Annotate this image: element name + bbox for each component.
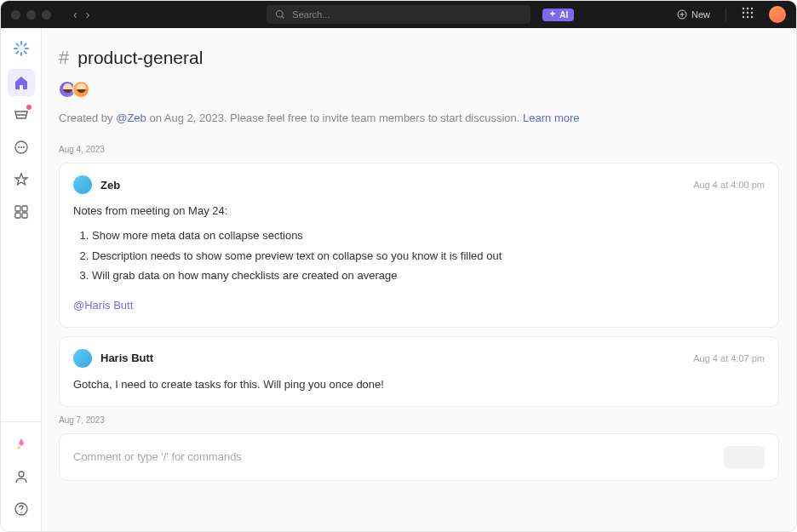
message-timestamp: Aug 4 at 4:07 pm — [693, 353, 765, 363]
traffic-minimize[interactable] — [26, 10, 36, 20]
notification-dot-icon — [26, 105, 32, 110]
sidebar-help[interactable] — [8, 495, 35, 523]
svg-point-8 — [743, 12, 744, 14]
search-placeholder: Search... — [292, 9, 330, 20]
user-avatar[interactable] — [769, 6, 786, 23]
divider — [725, 8, 726, 21]
user-mention[interactable]: @Haris Butt — [73, 297, 133, 315]
svg-point-24 — [20, 146, 22, 148]
message-avatar[interactable] — [73, 349, 92, 368]
svg-rect-29 — [22, 213, 27, 218]
svg-point-9 — [747, 12, 748, 14]
message-card: Haris Butt Aug 4 at 4:07 pm Gotcha, I ne… — [59, 336, 779, 407]
message-body: Notes from meeting on May 24: Show more … — [73, 203, 765, 315]
traffic-close[interactable] — [11, 10, 20, 20]
sidebar-home[interactable] — [8, 69, 35, 96]
sidebar-more[interactable] — [8, 134, 35, 161]
svg-point-25 — [23, 146, 25, 148]
new-label: New — [691, 9, 710, 20]
search-input[interactable]: Search... — [267, 5, 530, 24]
date-separator: Aug 7, 2023 — [59, 415, 779, 425]
hash-icon: # — [59, 47, 69, 69]
member-avatar — [72, 81, 89, 98]
user-icon — [14, 469, 29, 484]
traffic-maximize[interactable] — [42, 10, 51, 20]
svg-point-11 — [743, 16, 744, 18]
message-avatar[interactable] — [73, 175, 92, 194]
sidebar — [1, 28, 42, 531]
sparkle-icon — [548, 10, 557, 19]
sidebar-upgrade[interactable] — [8, 431, 35, 458]
svg-rect-27 — [22, 206, 27, 211]
message-author[interactable]: Haris Butt — [100, 352, 153, 364]
home-icon — [14, 75, 29, 90]
created-info: Created by @Zeb on Aug 2, 2023. Please f… — [59, 112, 779, 124]
list-item: Show more meta data on collapse sections — [92, 227, 765, 245]
svg-rect-17 — [25, 48, 29, 49]
list-item: Description needs to show some preview t… — [92, 248, 765, 266]
more-horizontal-icon — [14, 140, 29, 155]
ai-button[interactable]: AI — [542, 9, 574, 21]
inbox-icon — [14, 107, 29, 123]
sidebar-dashboard[interactable] — [8, 198, 35, 226]
nav-arrows: ‹ › — [73, 8, 89, 21]
svg-rect-26 — [15, 206, 20, 211]
svg-point-23 — [18, 146, 20, 148]
traffic-lights — [11, 10, 51, 20]
channel-name: product-general — [77, 48, 203, 68]
sidebar-inbox[interactable] — [8, 101, 35, 129]
svg-point-10 — [751, 12, 753, 14]
message-author[interactable]: Zeb — [100, 179, 120, 192]
composer-placeholder: Comment or type '/' for commands — [73, 450, 715, 463]
nav-back-icon[interactable]: ‹ — [73, 8, 77, 21]
svg-point-30 — [19, 472, 24, 477]
svg-rect-18 — [23, 43, 27, 47]
new-button[interactable]: New — [677, 9, 710, 20]
search-icon — [275, 9, 285, 20]
comment-composer[interactable]: Comment or type '/' for commands — [59, 433, 779, 481]
svg-rect-15 — [20, 52, 22, 56]
grid-icon — [14, 204, 29, 220]
svg-rect-14 — [20, 41, 22, 45]
svg-point-12 — [747, 16, 748, 18]
message-body: Gotcha, I need to create tasks for this.… — [73, 376, 765, 394]
rocket-icon — [14, 437, 29, 452]
star-icon — [14, 172, 29, 187]
date-separator: Aug 4, 2023 — [59, 145, 779, 154]
app-logo-icon[interactable] — [11, 38, 32, 59]
apps-grid-icon[interactable] — [742, 7, 754, 22]
svg-point-32 — [20, 512, 22, 513]
help-icon — [14, 501, 29, 517]
channel-header: # product-general — [59, 47, 779, 69]
message-card: Zeb Aug 4 at 4:00 pm Notes from meeting … — [59, 163, 779, 328]
creator-mention[interactable]: @Zeb — [116, 112, 146, 124]
svg-point-13 — [751, 16, 753, 18]
svg-point-7 — [751, 8, 753, 9]
svg-point-5 — [743, 8, 744, 9]
learn-more-link[interactable]: Learn more — [523, 112, 579, 124]
svg-rect-28 — [15, 213, 20, 218]
svg-rect-21 — [23, 50, 27, 54]
svg-rect-20 — [14, 43, 19, 47]
sidebar-profile[interactable] — [8, 463, 35, 490]
plus-circle-icon — [677, 9, 687, 20]
ai-label: AI — [559, 10, 568, 20]
svg-point-6 — [747, 8, 748, 9]
member-avatars[interactable] — [59, 81, 779, 98]
svg-rect-16 — [14, 48, 18, 49]
svg-point-0 — [277, 11, 284, 18]
nav-forward-icon[interactable]: › — [86, 8, 90, 21]
titlebar: ‹ › Search... AI New — [1, 1, 796, 28]
list-item: Will grab data on how many checklists ar… — [92, 267, 765, 285]
svg-line-1 — [283, 16, 284, 18]
svg-rect-19 — [14, 50, 19, 54]
content-area: # product-general Created by @Zeb on Aug… — [42, 28, 796, 531]
message-timestamp: Aug 4 at 4:00 pm — [693, 180, 765, 190]
sidebar-favorites[interactable] — [8, 166, 35, 193]
send-button[interactable] — [724, 446, 765, 468]
